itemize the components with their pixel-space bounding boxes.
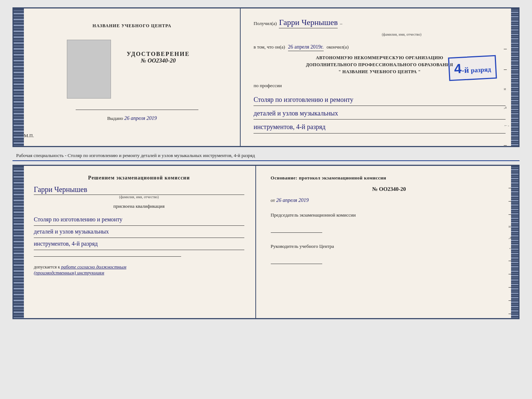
profession-line2: деталей и узлов музыкальных (254, 107, 506, 120)
profession-label: по профессии (254, 83, 506, 89)
stamp-rank-label: разряд (471, 65, 491, 74)
dash-3: и (504, 86, 509, 91)
stamp-rank-number: 4 (454, 61, 462, 77)
bottom-document: Решением экзаменационной комиссии Гарри … (12, 165, 520, 319)
document-container: НАЗВАНИЕ УЧЕБНОГО ЦЕНТРА УДОСТОВЕРЕНИЕ №… (12, 7, 520, 319)
photo-placeholder (67, 40, 111, 99)
issued-line: Выдано 26 апреля 2019 (97, 115, 157, 121)
org-name-label: НАЗВАНИЕ УЧЕБНОГО ЦЕНТРА (82, 23, 172, 29)
bottom-recipient-name: Гарри Чернышев (34, 185, 244, 195)
top-doc-left-panel: НАЗВАНИЕ УЧЕБНОГО ЦЕНТРА УДОСТОВЕРЕНИЕ №… (14, 8, 241, 146)
top-doc-right-panel: Получил(а) Гарри Чернышев – (фамилия, им… (241, 8, 518, 146)
director-block: Руководитель учебного Центра (271, 243, 507, 266)
bottom-fio-hint: (фамилия, имя, отчество) (34, 195, 244, 199)
cert-number: № OO2340-20 (127, 57, 190, 64)
finished-label: окончил(а) (327, 44, 349, 50)
bottom-doc-left-panel: Решением экзаменационной комиссии Гарри … (14, 166, 256, 318)
recipient-name-top: Гарри Чернышев (279, 18, 338, 28)
dash-top: – (340, 21, 342, 26)
bottom-spine-right (511, 166, 518, 318)
dash-4: ,а (504, 105, 509, 109)
assigned-label: присвоена квалификация (34, 203, 244, 209)
issued-date: 26 апреля 2019 (124, 115, 157, 121)
director-signature-line (271, 257, 322, 264)
chairman-signature-line (271, 225, 322, 233)
dash-5: ←- (504, 123, 509, 128)
protocol-date: от 26 апреля 2019 (271, 197, 507, 203)
qual-line3: инструментов, 4-й разряд (34, 238, 244, 250)
profession-line3: инструментов, 4-й разряд (254, 121, 506, 133)
received-prefix: Получил(а) (254, 21, 277, 26)
cert-date: 26 апреля 2019г. (288, 44, 324, 51)
date-prefix: от (271, 197, 275, 203)
bottom-doc-right-panel: Основание: протокол экзаменационной коми… (256, 166, 518, 318)
cert-title-block: УДОСТОВЕРЕНИЕ № OO2340-20 (116, 51, 190, 64)
stamp-rank-suffix: -й (461, 65, 469, 75)
cert-title: УДОСТОВЕРЕНИЕ (127, 51, 190, 57)
top-document: НАЗВАНИЕ УЧЕБНОГО ЦЕНТРА УДОСТОВЕРЕНИЕ №… (12, 7, 520, 147)
spine-right-decoration (511, 8, 518, 146)
mp-label: М.П. (14, 133, 34, 139)
fio-hint-top: (фамилия, имя, отчество) (382, 32, 421, 36)
profession-line1: Столяр по изготовлению и ремонту (254, 94, 506, 106)
decision-title: Решением экзаменационной комиссии (34, 175, 244, 181)
in-that-prefix: в том, что он(а) (254, 44, 285, 50)
bottom-spine-left (14, 166, 24, 318)
issued-label: Выдано (107, 115, 123, 121)
dash-6: – (504, 142, 509, 148)
allowed-line1: работе согласно должностным (61, 264, 126, 270)
chairman-title: Председатель экзаменационной комиссии (271, 212, 507, 218)
director-title: Руководитель учебного Центра (271, 243, 507, 249)
dash-2: – (504, 66, 509, 72)
allowed-text-block: допускается к работе согласно должностны… (34, 264, 244, 276)
qual-line2: деталей и узлов музыкальных (34, 226, 244, 238)
qual-line1: Столяр по изготовлению и ремонту (34, 214, 244, 226)
dash-1: – (504, 45, 509, 52)
basis-title: Основание: протокол экзаменационной коми… (271, 175, 507, 181)
separator-text: Рабочая специальность - Столяр по изгото… (12, 151, 520, 161)
protocol-number: № OO2340-20 (271, 186, 507, 192)
chairman-block: Председатель экзаменационной комиссии (271, 212, 507, 235)
protocol-date-value: 26 апреля 2019 (276, 197, 309, 203)
rank-stamp: 4 -й разряд (448, 55, 497, 81)
allowed-prefix: допускается к (34, 264, 60, 270)
allowed-line2: (производственным) инструкциям (34, 270, 104, 275)
